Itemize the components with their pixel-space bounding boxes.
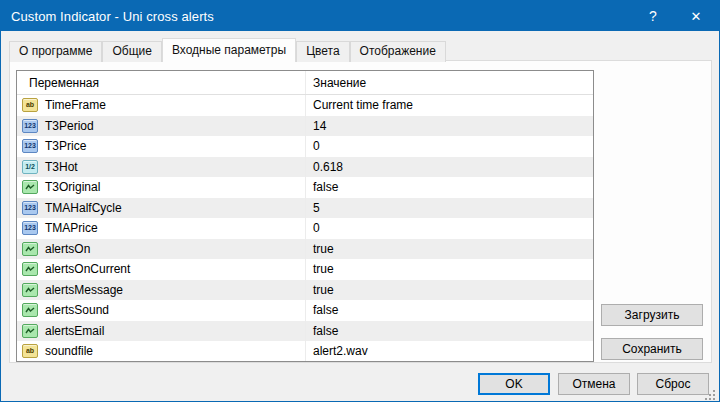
int-type-icon: 123 [22,139,38,153]
param-row[interactable]: alertsMessagetrue [17,280,593,301]
bool-type-icon [22,283,38,297]
param-row[interactable]: T3Originalfalse [17,177,593,198]
custom-indicator-dialog: Custom Indicator - Uni cross alerts ? ✕ … [0,0,720,402]
param-name-cell: alertsEmail [17,321,305,342]
bool-type-icon [22,324,38,338]
resize-grip[interactable] [704,387,716,399]
int-type-icon: 123 [22,119,38,133]
param-name: TimeFrame [45,98,106,112]
titlebar: Custom Indicator - Uni cross alerts ? ✕ [1,1,719,31]
param-name-cell: T3Original [17,177,305,198]
window-title: Custom Indicator - Uni cross alerts [1,9,633,24]
param-value[interactable]: false [305,300,593,321]
param-name: soundfile [45,344,93,358]
param-name-cell: abTimeFrame [17,95,305,116]
help-icon[interactable]: ? [633,1,673,31]
tab-common[interactable]: Общие [102,41,161,62]
param-name-cell: alertsOnCurrent [17,259,305,280]
int-type-icon: 123 [22,201,38,215]
bool-type-icon [22,180,38,194]
param-name-cell: alertsMessage [17,280,305,301]
tab-colors[interactable]: Цвета [296,41,349,62]
load-button[interactable]: Загрузить [601,304,703,326]
close-icon[interactable]: ✕ [673,1,719,31]
param-name: alertsOn [45,242,90,256]
reset-button[interactable]: Сброс [637,373,709,395]
column-header-value: Значение [305,71,593,94]
bool-type-icon [22,262,38,276]
column-header-variable: Переменная [17,76,305,90]
tab-inputs[interactable]: Входные параметры [162,38,296,62]
param-name-cell: 123T3Period [17,116,305,137]
param-name: TMAPrice [45,221,98,235]
tab-display[interactable]: Отображение [350,41,446,62]
param-name-cell: alertsOn [17,239,305,260]
bool-type-icon [22,242,38,256]
param-row[interactable]: alertsEmailfalse [17,321,593,342]
cancel-button[interactable]: Отмена [558,373,630,395]
param-name-cell: 1/2T3Hot [17,157,305,178]
param-name: T3Period [45,119,94,133]
param-value[interactable]: true [305,280,593,301]
ok-button[interactable]: OK [478,373,550,395]
param-value[interactable]: 5 [305,198,593,219]
param-row[interactable]: alertsSoundfalse [17,300,593,321]
param-row[interactable]: absoundfilealert2.wav [17,341,593,362]
param-row[interactable]: 123T3Period14 [17,116,593,137]
param-row[interactable]: alertsOntrue [17,239,593,260]
param-value[interactable]: true [305,259,593,280]
param-name: alertsEmail [45,324,104,338]
param-name: alertsSound [45,303,109,317]
bool-type-icon [22,303,38,317]
table-header: Переменная Значение [17,71,593,95]
string-type-icon: ab [22,344,38,358]
param-name: alertsOnCurrent [45,262,130,276]
param-name-cell: 123T3Price [17,136,305,157]
string-type-icon: ab [22,98,38,112]
param-name-cell: alertsSound [17,300,305,321]
param-name: T3Original [45,180,100,194]
save-button[interactable]: Сохранить [601,338,703,360]
param-value[interactable]: 0.618 [305,157,593,178]
param-row[interactable]: 123T3Price0 [17,136,593,157]
param-value[interactable]: alert2.wav [305,341,593,362]
param-value[interactable]: 14 [305,116,593,137]
param-value[interactable]: 0 [305,136,593,157]
int-type-icon: 123 [22,221,38,235]
param-name-cell: absoundfile [17,341,305,362]
param-value[interactable]: Current time frame [305,95,593,116]
param-name: T3Hot [45,160,78,174]
tab-page-inputs: Переменная Значение abTimeFrameCurrent t… [9,60,712,363]
param-row[interactable]: abTimeFrameCurrent time frame [17,95,593,116]
param-table-body: abTimeFrameCurrent time frame123T3Period… [17,95,593,362]
param-row[interactable]: 123TMAHalfCycle5 [17,198,593,219]
param-name: TMAHalfCycle [45,201,122,215]
parameter-table: Переменная Значение abTimeFrameCurrent t… [16,70,594,362]
param-name: T3Price [45,139,86,153]
param-row[interactable]: 123TMAPrice0 [17,218,593,239]
param-name: alertsMessage [45,283,123,297]
double-type-icon: 1/2 [22,160,38,174]
tab-about[interactable]: О программе [9,41,102,62]
param-value[interactable]: false [305,177,593,198]
param-name-cell: 123TMAPrice [17,218,305,239]
param-value[interactable]: true [305,239,593,260]
param-value[interactable]: 0 [305,218,593,239]
param-row[interactable]: 1/2T3Hot0.618 [17,157,593,178]
param-name-cell: 123TMAHalfCycle [17,198,305,219]
tab-bar: О программеОбщиеВходные параметрыЦветаОт… [9,37,711,61]
param-value[interactable]: false [305,321,593,342]
param-row[interactable]: alertsOnCurrenttrue [17,259,593,280]
